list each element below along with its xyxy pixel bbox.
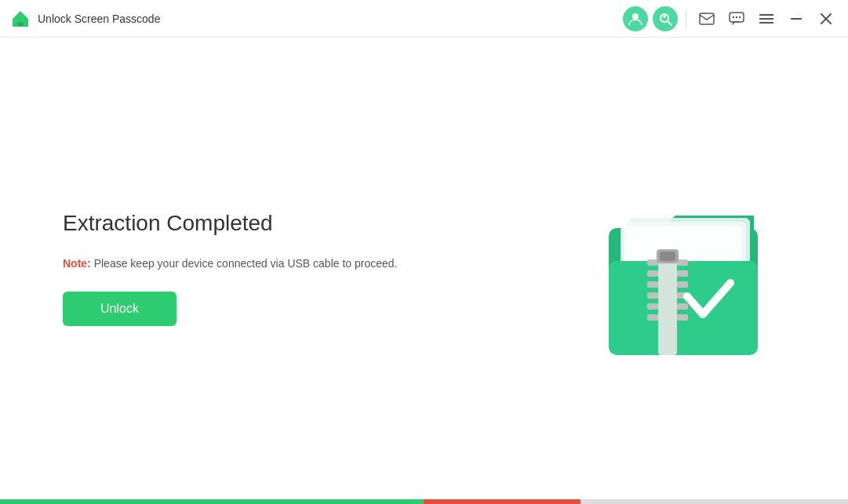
svg-rect-0: [17, 22, 24, 27]
content-left: Extraction Completed Note: Please keep y…: [63, 211, 550, 325]
svg-rect-33: [677, 314, 688, 321]
svg-rect-21: [658, 253, 677, 355]
svg-rect-35: [660, 252, 675, 261]
svg-rect-23: [647, 270, 658, 277]
home-icon: [9, 8, 31, 30]
minimize-button[interactable]: [784, 6, 809, 31]
note-body: Please keep your device connected via US…: [91, 257, 398, 270]
note-label: Note:: [63, 257, 91, 270]
mail-button[interactable]: [694, 6, 719, 31]
app-title: Unlock Screen Passcode: [38, 13, 160, 25]
svg-point-1: [632, 13, 639, 20]
menu-button[interactable]: [754, 6, 779, 31]
svg-line-3: [668, 21, 671, 25]
svg-rect-24: [647, 281, 658, 288]
user-profile-button[interactable]: [623, 6, 648, 31]
bottom-bar-rest: [580, 499, 848, 504]
svg-rect-28: [677, 259, 688, 266]
svg-rect-26: [647, 303, 658, 310]
titlebar-left: Unlock Screen Passcode: [9, 8, 623, 30]
svg-point-4: [663, 15, 666, 18]
titlebar: Unlock Screen Passcode: [0, 0, 848, 38]
search-user-button[interactable]: [653, 6, 678, 31]
close-button[interactable]: [813, 6, 839, 31]
bottom-bar-red: [424, 499, 580, 504]
svg-rect-27: [647, 314, 658, 321]
svg-rect-22: [647, 259, 658, 266]
svg-rect-32: [677, 303, 688, 310]
main-content: Extraction Completed Note: Please keep y…: [0, 38, 848, 499]
svg-rect-5: [700, 13, 714, 24]
bottom-bar-green: [0, 499, 424, 504]
svg-point-7: [733, 16, 734, 17]
svg-point-9: [739, 16, 741, 17]
content-right: [550, 175, 785, 363]
svg-rect-25: [647, 292, 658, 299]
titlebar-right: [623, 6, 839, 31]
bottom-bar: [0, 499, 848, 504]
page-heading: Extraction Completed: [63, 211, 503, 236]
folder-illustration: [566, 175, 770, 363]
note-paragraph: Note: Please keep your device connected …: [63, 255, 503, 272]
svg-rect-30: [677, 281, 688, 288]
chat-button[interactable]: [724, 6, 749, 31]
svg-point-8: [736, 16, 737, 17]
titlebar-divider: [686, 9, 686, 28]
svg-rect-29: [677, 270, 688, 277]
unlock-button[interactable]: Unlock: [63, 292, 177, 326]
